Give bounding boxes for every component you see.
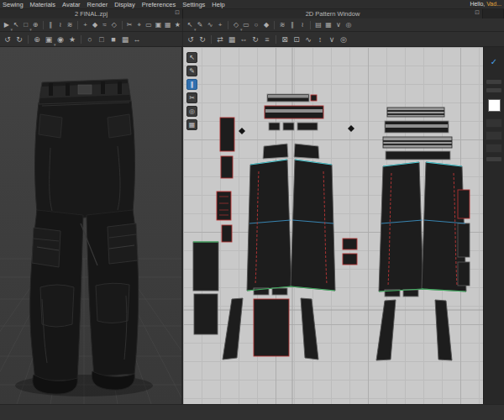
rectangle-icon[interactable]: ▭ — [242, 20, 251, 29]
notch-icon[interactable]: ∨ — [334, 20, 344, 29]
fit-view-icon[interactable]: ↔ — [132, 34, 143, 45]
free-sewing-icon[interactable]: ≀ — [56, 20, 65, 29]
undo-icon[interactable]: ↺ — [3, 34, 13, 45]
menu-materials[interactable]: Materials — [30, 1, 55, 8]
tab-2d-pattern-window-container: 2D Pattern Window ⊡ — [183, 9, 483, 18]
tab-2d-pattern-window[interactable]: 2D Pattern Window — [306, 10, 360, 18]
render-icon[interactable]: ★ — [173, 20, 181, 29]
toolbar-separator — [211, 35, 212, 44]
transform-pattern-icon[interactable]: ↖▾ — [186, 20, 195, 29]
redo-icon[interactable]: ↻ — [14, 34, 25, 45]
cargo-pocket-left — [32, 228, 60, 267]
right-sidebar: ✓ — [483, 47, 504, 404]
polygon-icon[interactable]: ◇▾ — [232, 20, 241, 29]
grading-icon[interactable]: ▤ — [314, 20, 323, 29]
panel-divider[interactable] — [486, 88, 501, 92]
panel-row[interactable] — [486, 131, 502, 140]
panel-row[interactable] — [486, 118, 502, 128]
zoom-icon[interactable]: ◎ — [344, 20, 354, 29]
belt-buckle — [78, 85, 92, 94]
menu-avatar[interactable]: Avatar — [62, 1, 81, 8]
color-swatch-white[interactable] — [488, 99, 501, 112]
pin-icon[interactable]: ⊕ — [31, 20, 39, 29]
render-image-icon[interactable]: ★ — [67, 34, 78, 45]
redo-2d-icon[interactable]: ↻ — [197, 34, 208, 45]
dart-icon[interactable]: ◆ — [262, 20, 271, 29]
menu-display[interactable]: Display — [114, 1, 135, 8]
3d-garment-viewport[interactable] — [0, 47, 183, 404]
edit-pattern-icon[interactable]: ✎ — [196, 20, 205, 29]
scissors-tool-icon[interactable]: ✂ — [186, 92, 197, 103]
toolbar-separator — [43, 21, 44, 29]
maximize-2d-icon[interactable]: ⊡ — [475, 9, 480, 16]
select-move-icon[interactable]: ↖ — [12, 20, 20, 29]
mirror-paste-icon[interactable]: ⇔ — [239, 34, 249, 45]
menu-sewing[interactable]: Sewing — [3, 1, 24, 8]
lock-pattern-icon[interactable]: ⊠ — [280, 34, 291, 45]
steam-icon[interactable]: ≈ — [100, 20, 108, 29]
tab-3d-window[interactable]: 2 FINAL.zpj — [75, 10, 108, 18]
show-garment-icon[interactable]: □ — [97, 34, 108, 45]
pattern-layout — [183, 47, 483, 404]
panel-divider[interactable] — [486, 80, 501, 84]
texture-editor-icon[interactable]: ▦ — [324, 20, 333, 29]
tape-icon[interactable]: ▭ — [144, 20, 153, 29]
show-notches-icon[interactable]: ∨ — [327, 34, 338, 45]
panel-divider[interactable] — [486, 157, 501, 161]
show-grainline-icon[interactable]: ↕ — [315, 34, 326, 45]
snap-toggle-icon[interactable]: ▦ — [186, 119, 197, 130]
undo-2d-icon[interactable]: ↺ — [186, 34, 197, 45]
unlock-pattern-icon[interactable]: ⊡ — [291, 34, 302, 45]
select-mesh-icon[interactable]: □▾ — [21, 20, 29, 29]
pinch-icon[interactable]: + — [81, 20, 89, 29]
sync-3d-icon[interactable]: ⇄ — [215, 34, 226, 45]
pattern-pieces[interactable] — [193, 94, 470, 360]
measure-icon[interactable]: ⌖ — [134, 20, 143, 29]
toolbar-2d-row2: ↺↻⇄▦⇔↻≡⊠⊡∿↕∨◎ — [183, 32, 504, 46]
toolbar-2d-row1: ↖▾✎∿+◇▾▭○◆≋∥≀▤▦∨◎ — [183, 18, 504, 31]
show-avatar-icon[interactable]: ○ — [85, 34, 96, 45]
zoom-tool-icon[interactable]: ◎ — [186, 106, 197, 117]
menu-render[interactable]: Render — [87, 1, 108, 8]
menu-settings[interactable]: Settings — [182, 1, 205, 8]
simulate-icon[interactable]: ▶▾ — [3, 20, 11, 29]
grid-3d-icon[interactable]: ▦ — [164, 20, 172, 29]
sewing-tool-icon[interactable]: ∥ — [186, 79, 197, 90]
snapshot-icon[interactable]: ◉ — [55, 34, 66, 45]
align-icon[interactable]: ≡ — [262, 34, 273, 45]
add-point-icon[interactable]: + — [216, 20, 225, 29]
greeting-prefix: Hello, — [470, 1, 486, 7]
cargo-pocket-right — [108, 223, 138, 264]
scissors-icon[interactable]: ✂ — [125, 20, 134, 29]
flatten-icon[interactable]: ▣ — [154, 20, 162, 29]
camera-view-icon[interactable]: ▣▾ — [44, 34, 55, 45]
menu-preferences[interactable]: Preferences — [142, 1, 176, 8]
marvelous-designer-window: SewingMaterialsAvatarRenderDisplayPrefer… — [0, 0, 504, 420]
show-sewing-icon[interactable]: ≋ — [66, 20, 74, 29]
show-seamline-icon[interactable]: ∿ — [303, 34, 314, 45]
fold-arrangement-icon[interactable]: ◇ — [110, 20, 118, 29]
edit-curvature-icon[interactable]: ∿ — [206, 20, 215, 29]
transform-pattern-tool-icon[interactable]: ↖ — [186, 52, 197, 63]
segment-sewing-2d-icon[interactable]: ∥ — [288, 20, 297, 29]
segment-sewing-icon[interactable]: ∥ — [46, 20, 55, 29]
arrange-patterns-icon[interactable]: ▦ — [227, 34, 238, 45]
reset-zoom-icon[interactable]: ◎ — [339, 34, 349, 45]
2d-tool-strip: ↖✎∥✂◎▦ — [186, 52, 197, 130]
panel-row[interactable] — [486, 144, 502, 153]
menu-help[interactable]: Help — [212, 1, 224, 8]
maximize-3d-icon[interactable]: ⊡ — [175, 9, 180, 16]
rotate-pattern-icon[interactable]: ↻ — [250, 34, 261, 45]
grid-toggle-icon[interactable]: ▦ — [120, 34, 131, 45]
2d-pattern-canvas[interactable]: ↖✎∥✂◎▦ — [183, 47, 483, 404]
edit-pattern-tool-icon[interactable]: ✎ — [186, 66, 197, 76]
shadow-toggle-icon[interactable]: ■ — [108, 34, 119, 45]
reset-arrangement-icon[interactable]: ⊕ — [32, 34, 43, 45]
free-sewing-2d-icon[interactable]: ≀ — [298, 20, 307, 29]
tack-icon[interactable]: ◆ — [91, 20, 99, 29]
confirm-check-icon[interactable]: ✓ — [484, 57, 504, 66]
seam-allowance-icon[interactable]: ≋ — [278, 20, 287, 29]
circle-icon[interactable]: ○ — [252, 20, 261, 29]
user-greeting[interactable]: Hello, Vad... — [470, 1, 501, 7]
greeting-name: Vad... — [486, 1, 501, 7]
